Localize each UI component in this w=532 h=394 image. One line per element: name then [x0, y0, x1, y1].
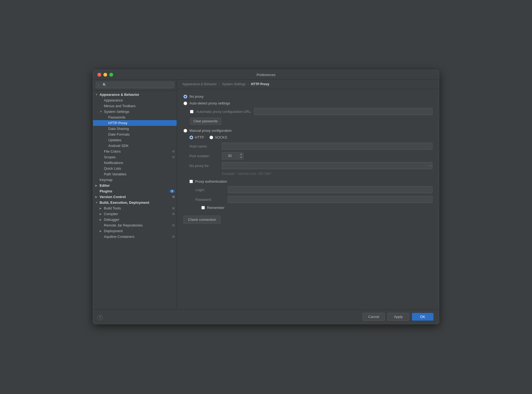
http-label[interactable]: HTTP: [195, 135, 204, 139]
search-input[interactable]: [96, 82, 174, 88]
sidebar-item-date-formats[interactable]: Date Formats: [93, 132, 177, 137]
sidebar-item-path-variables[interactable]: Path Variables: [93, 171, 177, 177]
sidebar-item-android-sdk[interactable]: Android SDK: [93, 143, 177, 149]
no-proxy-for-input[interactable]: [222, 162, 432, 169]
help-button[interactable]: ?: [97, 315, 103, 320]
port-increment-button[interactable]: ▲: [239, 153, 243, 156]
check-connection-button[interactable]: Check connection: [183, 216, 221, 224]
breadcrumb-part3: HTTP Proxy: [251, 82, 269, 86]
proxy-auth-row: Proxy authentication: [189, 179, 432, 183]
ok-button[interactable]: OK: [412, 313, 434, 321]
expand-icon[interactable]: ⤢: [429, 164, 431, 167]
sidebar-item-label: Plugins: [100, 189, 112, 193]
window-title: Preferences: [257, 73, 275, 77]
no-proxy-for-label: No proxy for:: [189, 164, 222, 168]
remember-checkbox[interactable]: [201, 206, 205, 209]
auto-detect-radio[interactable]: [183, 101, 187, 105]
auto-url-section: Automatic proxy configuration URL: Clear…: [190, 108, 432, 125]
sidebar-item-appearance[interactable]: Appearance: [93, 97, 177, 103]
breadcrumb-part2: System Settings: [222, 82, 246, 86]
bottom-bar: ? Cancel Apply OK: [93, 309, 439, 324]
arrow-icon: ▶: [100, 229, 104, 232]
sidebar-item-passwords[interactable]: Passwords: [93, 114, 177, 120]
sidebar-item-label: Updates: [108, 138, 121, 142]
socks-label[interactable]: SOCKS: [215, 135, 227, 139]
sidebar-item-label: Deployment: [104, 229, 123, 233]
http-socks-row: HTTP SOCKS: [189, 135, 432, 139]
sidebar-item-deployment[interactable]: ▶ Deployment: [93, 228, 177, 234]
sidebar-item-label: Compiler: [104, 212, 118, 216]
traffic-lights: [97, 73, 113, 77]
clear-passwords-button[interactable]: Clear passwords: [190, 118, 221, 125]
auto-url-label[interactable]: Automatic proxy configuration URL:: [196, 110, 251, 114]
sidebar-item-appearance-behavior[interactable]: ▼ Appearance & Behavior: [93, 92, 177, 97]
cancel-button[interactable]: Cancel: [363, 313, 385, 321]
sidebar-item-label: System Settings: [104, 110, 129, 114]
login-input[interactable]: [228, 186, 432, 193]
sidebar-item-label: Passwords: [108, 115, 126, 119]
sidebar-item-editor[interactable]: ▶ Editor: [93, 183, 177, 188]
port-decrement-button[interactable]: ▼: [239, 156, 243, 159]
search-wrapper: ⌕: [96, 82, 174, 88]
sidebar-item-quick-lists[interactable]: Quick Lists: [93, 166, 177, 171]
manual-proxy-section: HTTP SOCKS Host name: Port: [189, 135, 432, 210]
arrow-icon: ▼: [95, 201, 100, 204]
sidebar-item-data-sharing[interactable]: Data Sharing: [93, 126, 177, 132]
socks-option[interactable]: SOCKS: [209, 135, 227, 139]
manual-proxy-radio[interactable]: [183, 129, 187, 133]
apply-button[interactable]: Apply: [387, 313, 409, 321]
arrow-icon: ▶: [100, 218, 104, 221]
no-proxy-label[interactable]: No proxy: [189, 94, 203, 98]
sidebar-item-build-tools[interactable]: ▶ Build Tools ⧉: [93, 205, 177, 211]
copy-icon: ⧉: [172, 155, 175, 159]
sidebar-item-label: Build, Execution, Deployment: [100, 201, 149, 205]
no-proxy-radio[interactable]: [183, 95, 187, 98]
http-option[interactable]: HTTP: [189, 135, 204, 139]
tree: ▼ Appearance & Behavior Appearance Menus…: [93, 91, 177, 309]
sidebar-item-build-exec-deploy[interactable]: ▼ Build, Execution, Deployment: [93, 200, 177, 205]
sidebar-item-label: Version Control: [100, 195, 126, 199]
auto-url-input[interactable]: [254, 108, 432, 115]
auto-detect-label[interactable]: Auto-detect proxy settings: [189, 101, 230, 105]
sidebar-item-label: Path Variables: [104, 172, 127, 176]
socks-radio[interactable]: [209, 136, 213, 139]
breadcrumb-part1: Appearance & Behavior: [182, 82, 217, 86]
sidebar-item-plugins[interactable]: Plugins 1: [93, 188, 177, 194]
proxy-auth-checkbox[interactable]: [189, 180, 193, 183]
password-input[interactable]: [228, 196, 432, 203]
sidebar-item-menus-toolbars[interactable]: Menus and Toolbars: [93, 103, 177, 109]
maximize-button[interactable]: [109, 73, 113, 77]
password-row: Password:: [195, 196, 432, 203]
sidebar-item-scopes[interactable]: Scopes ⧉: [93, 154, 177, 160]
sidebar-item-aquiline-containers[interactable]: Aquiline Containers ⧉: [93, 234, 177, 239]
sidebar-item-version-control[interactable]: ▶ Version Control ⧉: [93, 194, 177, 200]
manual-proxy-label[interactable]: Manual proxy configuration: [189, 129, 232, 133]
http-radio[interactable]: [189, 136, 193, 139]
no-proxy-row: No proxy: [183, 94, 432, 98]
remember-label[interactable]: Remember: [207, 206, 224, 210]
sidebar-item-compiler[interactable]: ▶ Compiler ⧉: [93, 211, 177, 217]
search-icon: ⌕: [98, 83, 100, 87]
port-input[interactable]: 80: [222, 152, 238, 159]
close-button[interactable]: [97, 73, 101, 77]
auto-url-checkbox[interactable]: [190, 110, 193, 113]
host-name-row: Host name:: [189, 143, 432, 150]
host-name-input[interactable]: [222, 143, 432, 150]
sidebar-item-remote-jar[interactable]: Remote Jar Repositories ⧉: [93, 222, 177, 228]
sidebar-item-http-proxy[interactable]: HTTP Proxy: [93, 120, 177, 126]
sidebar-item-file-colors[interactable]: File Colors ⧉: [93, 149, 177, 154]
sidebar-item-updates[interactable]: Updates: [93, 137, 177, 143]
breadcrumb-sep1: ›: [219, 82, 220, 86]
copy-icon: ⧉: [172, 235, 175, 238]
sidebar-item-system-settings[interactable]: ▼ System Settings: [93, 109, 177, 114]
password-label: Password:: [195, 198, 228, 202]
sidebar-item-notifications[interactable]: Notifications: [93, 160, 177, 166]
sidebar-item-debugger[interactable]: ▶ Debugger: [93, 217, 177, 222]
sidebar-item-label: Date Formats: [108, 132, 130, 136]
sidebar-item-label: File Colors: [104, 149, 121, 153]
example-text: Example: *.domain.com, 192.168.*: [222, 172, 432, 176]
sidebar-item-keymap[interactable]: Keymap: [93, 177, 177, 183]
login-label: Login:: [195, 188, 228, 192]
minimize-button[interactable]: [103, 73, 107, 77]
proxy-auth-label[interactable]: Proxy authentication: [195, 179, 227, 183]
